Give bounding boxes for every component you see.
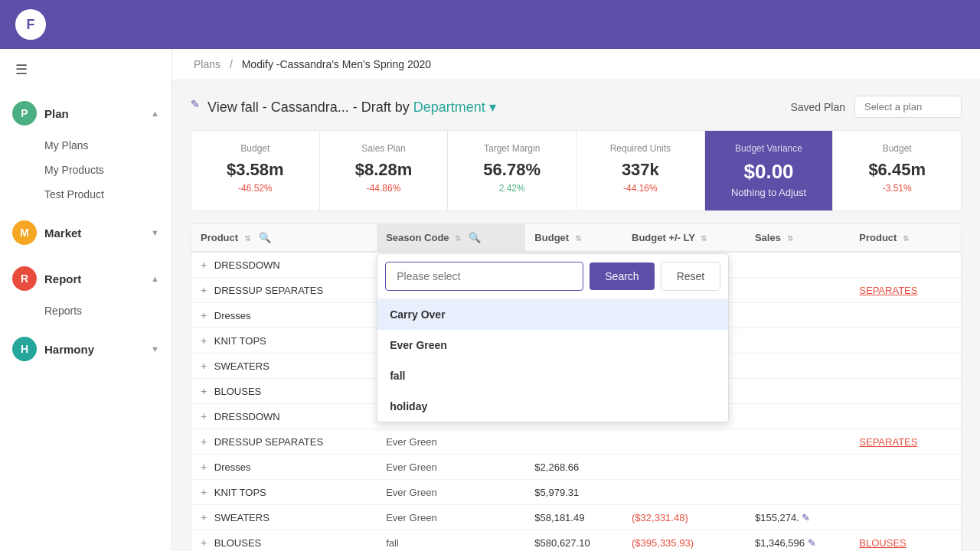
cell-product: + DRESSDOWN bbox=[191, 404, 377, 429]
product-name[interactable]: KNIT TOPS bbox=[214, 335, 266, 347]
budget-ly-sort-icon[interactable]: ⇅ bbox=[701, 234, 707, 243]
table-row: + Dresses Ever Green $2,268.66 bbox=[191, 455, 961, 480]
topbar: F bbox=[0, 0, 980, 49]
reset-button[interactable]: Reset bbox=[661, 262, 721, 291]
sidebar-item-report[interactable]: R Report ▲ bbox=[0, 259, 172, 298]
view-title-area: ✎ View fall - Cassandra... - Draft by De… bbox=[191, 98, 496, 116]
stat-budget-label: Budget bbox=[207, 143, 304, 154]
product-name[interactable]: DRESSDOWN bbox=[214, 259, 280, 271]
col-product: Product ⇅ 🔍 bbox=[191, 224, 377, 252]
expand-btn[interactable]: + bbox=[201, 385, 207, 397]
report-label: Report bbox=[44, 272, 81, 285]
expand-btn[interactable]: + bbox=[201, 360, 207, 372]
plan-sub-items: My Plans My Products Test Product bbox=[0, 133, 172, 207]
sidebar-item-test-product[interactable]: Test Product bbox=[44, 182, 172, 207]
product-sort-icon[interactable]: ⇅ bbox=[244, 234, 250, 243]
cell-sales bbox=[746, 379, 850, 404]
edit-view-icon[interactable]: ✎ bbox=[191, 98, 200, 110]
cell-product2 bbox=[850, 379, 961, 404]
product-name[interactable]: DRESSDOWN bbox=[214, 411, 280, 422]
cell-sales bbox=[746, 252, 850, 278]
product-name[interactable]: BLOUSES bbox=[214, 537, 261, 549]
cell-product2 bbox=[850, 404, 961, 429]
expand-btn[interactable]: + bbox=[201, 486, 207, 498]
dropdown-option-carry-over[interactable]: Carry Over bbox=[377, 299, 728, 330]
plan-icon: P bbox=[12, 101, 37, 126]
cell-product: + KNIT TOPS bbox=[191, 328, 377, 354]
sidebar-section-market: M Market ▼ bbox=[0, 210, 172, 256]
expand-btn[interactable]: + bbox=[201, 536, 207, 549]
expand-btn[interactable]: + bbox=[201, 410, 207, 422]
product-name[interactable]: KNIT TOPS bbox=[214, 487, 266, 498]
select-plan-input[interactable] bbox=[854, 96, 962, 118]
data-table-container: Product ⇅ 🔍 Season Code ⇅ 🔍 bbox=[191, 223, 962, 551]
cell-product2[interactable]: SEPARATES bbox=[850, 278, 961, 303]
product2-sort-icon[interactable]: ⇅ bbox=[903, 234, 909, 243]
cell-product2 bbox=[850, 455, 961, 480]
product-name[interactable]: SWEATERS bbox=[214, 360, 270, 372]
expand-btn[interactable]: + bbox=[201, 284, 207, 296]
sidebar-item-reports[interactable]: Reports bbox=[44, 298, 172, 323]
cell-product2 bbox=[850, 328, 961, 354]
expand-btn[interactable]: + bbox=[201, 309, 207, 321]
dropdown-option-ever-green[interactable]: Ever Green bbox=[377, 330, 728, 360]
stats-row: Budget $3.58m -46.52% Sales Plan $8.28m … bbox=[191, 130, 962, 211]
stat-variance-label: Budget Variance bbox=[720, 143, 818, 154]
harmony-chevron: ▼ bbox=[151, 344, 159, 354]
hamburger-menu[interactable]: ☰ bbox=[0, 49, 172, 90]
stat-margin-change: 2.42% bbox=[463, 183, 560, 194]
product-name: Dresses bbox=[214, 461, 251, 473]
cell-product: + DRESSUP SEPARATES bbox=[191, 278, 377, 303]
expand-btn[interactable]: + bbox=[201, 461, 207, 473]
sales-sort-icon[interactable]: ⇅ bbox=[787, 234, 793, 243]
dropdown-option-fall[interactable]: fall bbox=[377, 360, 728, 391]
product-name[interactable]: DRESSUP SEPARATES bbox=[214, 285, 323, 296]
stat-budget-change: -46.52% bbox=[207, 183, 304, 194]
expand-btn[interactable]: + bbox=[201, 259, 207, 271]
expand-btn[interactable]: + bbox=[201, 511, 207, 523]
product-search-icon[interactable]: 🔍 bbox=[259, 232, 271, 243]
season-search-input[interactable] bbox=[385, 262, 583, 291]
cell-budget-ly: ($32,331.48) bbox=[622, 505, 746, 530]
breadcrumb-parent[interactable]: Plans bbox=[194, 58, 220, 70]
cell-product: + Dresses bbox=[191, 303, 377, 328]
stat-units-label: Required Units bbox=[592, 143, 689, 154]
product-name[interactable]: BLOUSES bbox=[214, 386, 261, 397]
report-icon: R bbox=[12, 266, 37, 291]
plan-label: Plan bbox=[44, 107, 69, 120]
dropdown-search-row: Search Reset bbox=[377, 254, 728, 298]
product-name[interactable]: DRESSUP SEPARATES bbox=[214, 436, 323, 448]
sidebar-section-harmony: H Harmony ▼ bbox=[0, 326, 172, 372]
expand-btn[interactable]: + bbox=[201, 334, 207, 347]
col-season-code: Season Code ⇅ 🔍 Search Reset bbox=[377, 224, 525, 252]
sidebar-item-my-products[interactable]: My Products bbox=[44, 158, 172, 182]
season-sort-icon[interactable]: ⇅ bbox=[455, 234, 461, 243]
product-name[interactable]: SWEATERS bbox=[214, 512, 270, 523]
cell-sales: $155,274. ✎ bbox=[746, 505, 850, 530]
cell-product: + SWEATERS bbox=[191, 505, 377, 530]
cell-product: + DRESSUP SEPARATES bbox=[191, 429, 377, 455]
dropdown-option-holiday[interactable]: holiday bbox=[377, 391, 728, 422]
budget-sort-icon[interactable]: ⇅ bbox=[575, 234, 581, 243]
market-label: Market bbox=[44, 227, 81, 240]
sidebar-item-market[interactable]: M Market ▼ bbox=[0, 213, 172, 253]
sidebar-item-my-plans[interactable]: My Plans bbox=[44, 133, 172, 158]
cell-product2[interactable]: SEPARATES bbox=[850, 429, 961, 455]
cell-budget: $58,181.49 bbox=[525, 505, 622, 530]
dropdown-options: Carry Over Ever Green fall holiday bbox=[377, 298, 728, 422]
sidebar-item-harmony[interactable]: H Harmony ▼ bbox=[0, 329, 172, 369]
table-row: + DRESSUP SEPARATES Ever Green SEPARATES bbox=[191, 429, 961, 455]
market-icon: M bbox=[12, 220, 37, 245]
department-selector[interactable]: Department bbox=[413, 99, 485, 115]
app-logo[interactable]: F bbox=[15, 9, 46, 40]
cell-budget-ly bbox=[622, 429, 746, 455]
search-button[interactable]: Search bbox=[590, 262, 654, 290]
cell-season: fall bbox=[377, 530, 525, 552]
expand-btn[interactable]: + bbox=[201, 435, 207, 448]
market-chevron: ▼ bbox=[151, 228, 159, 237]
cell-product2[interactable]: BLOUSES bbox=[850, 530, 961, 552]
cell-product2 bbox=[850, 480, 961, 505]
cell-sales bbox=[746, 278, 850, 303]
season-filter-icon[interactable]: 🔍 bbox=[469, 232, 481, 243]
sidebar-item-plan[interactable]: P Plan ▲ bbox=[0, 93, 172, 133]
